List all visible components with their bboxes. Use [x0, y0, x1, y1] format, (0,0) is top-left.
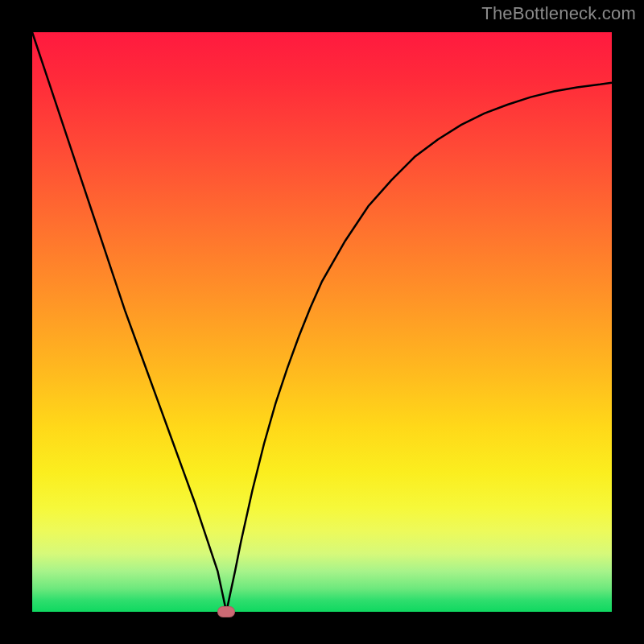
bottleneck-curve	[32, 32, 612, 612]
plot-area	[32, 32, 612, 612]
curve-path	[32, 32, 612, 612]
attribution-label: TheBottleneck.com	[481, 3, 636, 24]
minimum-marker	[217, 606, 235, 617]
chart-frame: TheBottleneck.com	[0, 0, 644, 644]
